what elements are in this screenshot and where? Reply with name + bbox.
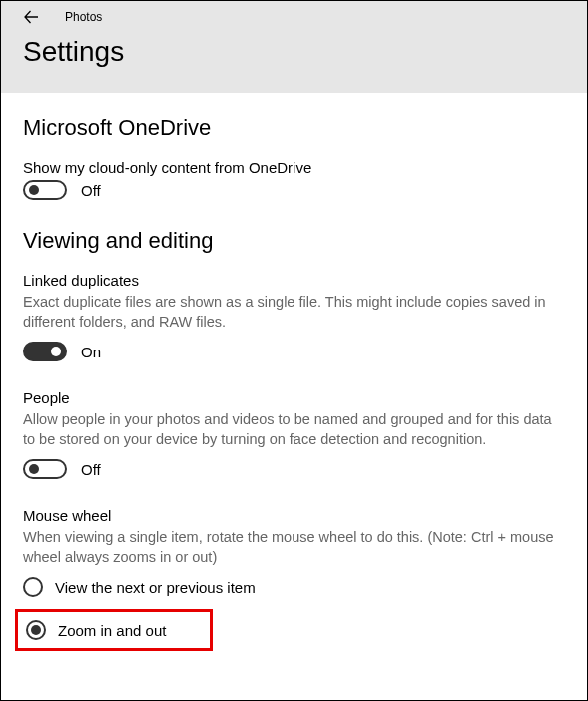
onedrive-section: Microsoft OneDrive Show my cloud-only co…: [23, 115, 565, 200]
linked-duplicates-state: On: [81, 344, 101, 360]
mouse-option-next-prev[interactable]: View the next or previous item: [23, 577, 565, 597]
people-state: Off: [81, 461, 101, 478]
cloud-content-state: Off: [81, 182, 101, 199]
viewing-section: Viewing and editing Linked duplicates Ex…: [23, 228, 565, 651]
page-title: Settings: [1, 33, 587, 68]
mouse-wheel-desc: When viewing a single item, rotate the m…: [23, 528, 565, 567]
toggle-knob-icon: [29, 185, 39, 195]
radio-icon: [23, 577, 43, 597]
people-label: People: [23, 389, 565, 406]
people-desc: Allow people in your photos and videos t…: [23, 410, 565, 449]
mouse-option-zoom-label: Zoom in and out: [58, 622, 166, 639]
toggle-knob-icon: [51, 347, 61, 356]
back-button[interactable]: [19, 5, 43, 29]
settings-content: Microsoft OneDrive Show my cloud-only co…: [1, 93, 587, 651]
people-toggle[interactable]: [23, 459, 67, 479]
linked-duplicates-label: Linked duplicates: [23, 272, 565, 289]
toggle-knob-icon: [29, 464, 39, 474]
onedrive-heading: Microsoft OneDrive: [23, 115, 565, 141]
highlight-annotation: Zoom in and out: [15, 609, 213, 651]
linked-duplicates-desc: Exact duplicate files are shown as a sin…: [23, 293, 565, 332]
app-title: Photos: [65, 10, 102, 24]
cloud-content-toggle[interactable]: [23, 180, 67, 200]
linked-duplicates-toggle[interactable]: [23, 342, 67, 361]
mouse-option-zoom[interactable]: Zoom in and out: [26, 620, 166, 640]
arrow-left-icon: [23, 9, 39, 25]
mouse-wheel-label: Mouse wheel: [23, 507, 565, 524]
mouse-wheel-options: View the next or previous item Zoom in a…: [23, 577, 565, 651]
cloud-content-label: Show my cloud-only content from OneDrive: [23, 159, 565, 176]
titlebar: Photos Settings: [1, 1, 587, 93]
radio-icon: [26, 620, 46, 640]
mouse-option-next-prev-label: View the next or previous item: [55, 579, 256, 596]
viewing-heading: Viewing and editing: [23, 228, 565, 254]
